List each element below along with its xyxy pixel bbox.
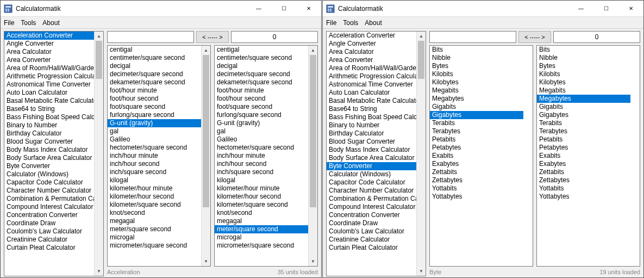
converter-item[interactable]: Bass Fishing Boat Speed Calculator (327, 113, 416, 121)
converter-item[interactable]: Binary to Number (327, 121, 416, 129)
unit-from-item[interactable]: Bytes (430, 62, 523, 70)
unit-from-item[interactable]: dekameter/square second (108, 78, 201, 87)
unit-from-item[interactable]: micrometer/square second (108, 242, 201, 250)
unit-to-item[interactable]: Yottabytes (537, 193, 630, 201)
unit-to-item[interactable]: Megabits (537, 87, 630, 95)
unit-from-item[interactable]: hectometer/square second (108, 144, 201, 152)
converter-item[interactable]: Concentration Converter (327, 211, 416, 219)
unit-from-item[interactable]: knot/second (108, 209, 201, 217)
converter-item[interactable]: Birthday Calculator (327, 129, 416, 138)
minimize-button[interactable]: — (568, 1, 593, 16)
scroll-up-icon[interactable]: ▲ (95, 32, 103, 41)
converter-item[interactable]: Astronomical Time Converter (4, 81, 94, 89)
close-button[interactable]: ✕ (296, 1, 321, 16)
converter-item[interactable]: Area Converter (4, 56, 94, 64)
converter-item[interactable]: Calculator (Windows) (327, 170, 416, 178)
converter-listbox[interactable]: Acceleration ConverterAngle ConverterAre… (326, 31, 426, 276)
unit-from-item[interactable]: megagal (108, 217, 201, 225)
converter-item[interactable]: Compound Interest Calculator (4, 203, 94, 211)
menu-item[interactable]: About (365, 19, 382, 27)
unit-to-item[interactable]: decimeter/square second (215, 70, 308, 78)
scrollbar[interactable]: ▲▼ (94, 32, 103, 276)
unit-from-item[interactable]: Megabytes (430, 95, 523, 103)
unit-from-item[interactable]: Yottabytes (430, 193, 523, 201)
converter-item[interactable]: Area Converter (327, 56, 416, 64)
unit-from-item[interactable]: gal (108, 127, 201, 135)
unit-to-item[interactable]: hectometer/square second (215, 144, 308, 152)
unit-to-item[interactable]: Terabytes (537, 127, 630, 135)
converter-item[interactable]: Combination & Permutation Calculator (327, 195, 416, 203)
unit-from-item[interactable]: foot/hour minute (108, 87, 201, 95)
unit-from-item[interactable]: Exabits (430, 152, 523, 160)
unit-from-item[interactable]: Galileo (108, 135, 201, 144)
menu-item[interactable]: File (4, 19, 14, 27)
converter-item[interactable]: Coordinate Draw (327, 219, 416, 227)
unit-from-item[interactable]: kilogal (108, 176, 201, 184)
unit-to-item[interactable]: Exabytes (537, 160, 630, 168)
unit-from-item[interactable]: furlong/square second (108, 111, 201, 119)
scroll-thumb[interactable] (418, 41, 424, 79)
unit-to-item[interactable]: inch/hour minute (215, 152, 308, 160)
unit-to-item[interactable]: Petabits (537, 135, 630, 144)
converter-item[interactable]: Compound Interest Calculator (327, 203, 416, 211)
maximize-button[interactable]: ☐ (271, 1, 296, 16)
unit-to-item[interactable]: meter/square second (215, 225, 308, 233)
converter-item[interactable]: Body Mass Index Calculator (327, 146, 416, 154)
unit-to-item[interactable]: kilogal (215, 176, 308, 184)
converter-item[interactable]: Character Number Calculator (327, 187, 416, 195)
scrollbar[interactable]: ▲▼ (201, 46, 210, 266)
converter-item[interactable]: Capacitor Code Calculator (327, 178, 416, 187)
unit-from-item[interactable]: Bits (430, 46, 523, 54)
scroll-down-icon[interactable]: ▼ (202, 257, 210, 266)
unit-to-item[interactable]: centimeter/square second (215, 54, 308, 62)
unit-from-item[interactable]: Petabytes (430, 144, 523, 152)
unit-from-item[interactable]: centimeter/square second (108, 54, 201, 62)
unit-to-item[interactable]: kilometer/hour second (215, 193, 308, 201)
converter-item[interactable]: Auto Loan Calculator (4, 89, 94, 97)
convert-button[interactable]: < ----- > (518, 31, 551, 43)
converter-item[interactable]: Creatinine Calculator (4, 236, 94, 244)
unit-to-item[interactable]: micrometer/square second (215, 242, 308, 250)
unit-to-item[interactable]: inch/square second (215, 168, 308, 176)
converter-item[interactable]: Base64 to String (4, 105, 94, 113)
unit-to-item[interactable]: Exabits (537, 152, 630, 160)
converter-item[interactable]: Bass Fishing Boat Speed Calculator (4, 113, 94, 121)
unit-to-item[interactable]: Megabytes (537, 95, 630, 103)
unit-from-item[interactable]: Terabytes (430, 127, 523, 135)
scroll-down-icon[interactable]: ▼ (309, 257, 317, 266)
converter-item[interactable]: Astronomical Time Converter (327, 81, 416, 89)
scroll-down-icon[interactable]: ▼ (417, 267, 426, 276)
unit-to-item[interactable]: Gigabits (537, 103, 630, 111)
unit-to-item[interactable]: Bytes (537, 62, 630, 70)
unit-from-item[interactable]: kilometer/square second (108, 201, 201, 209)
converter-item[interactable]: Area of Room/Hall/Wall/Garden/Yard (327, 64, 416, 72)
unit-to-item[interactable]: Petabytes (537, 144, 630, 152)
unit-to-item[interactable]: inch/hour second (215, 160, 308, 168)
converter-item[interactable]: Coulomb's Law Calculator (4, 227, 94, 236)
converter-item[interactable]: Body Mass Index Calculator (4, 146, 94, 154)
scroll-down-icon[interactable]: ▼ (95, 267, 103, 276)
converter-item[interactable]: Byte Converter (327, 162, 416, 170)
converter-item[interactable]: Birthday Calculator (4, 129, 94, 138)
converter-item[interactable]: Calculator (Windows) (4, 170, 94, 178)
maximize-button[interactable]: ☐ (593, 1, 618, 16)
minimize-button[interactable]: — (246, 1, 271, 16)
unit-to-item[interactable]: decigal (215, 62, 308, 70)
unit-from-listbox[interactable]: BitsNibbleBytesKilobitsKilobytesMegabits… (429, 45, 533, 267)
unit-from-item[interactable]: Nibble (430, 54, 523, 62)
converter-item[interactable]: Arithmetic Progression Calculator (4, 72, 94, 81)
unit-from-item[interactable]: microgal (108, 233, 201, 242)
unit-to-item[interactable]: Zettabits (537, 168, 630, 176)
scroll-thumb[interactable] (96, 41, 102, 79)
unit-from-listbox[interactable]: centigalcentimeter/square seconddecigald… (107, 45, 211, 267)
scroll-up-icon[interactable]: ▲ (309, 46, 317, 55)
converter-item[interactable]: Acceleration Converter (327, 32, 416, 40)
converter-item[interactable]: Curtain Pleat Calculator (4, 244, 94, 252)
unit-from-item[interactable]: inch/square second (108, 168, 201, 176)
unit-to-item[interactable]: dekameter/square second (215, 78, 308, 87)
unit-from-item[interactable]: Yottabits (430, 184, 523, 193)
scroll-thumb[interactable] (203, 55, 209, 207)
unit-to-item[interactable]: foot/hour minute (215, 87, 308, 95)
unit-to-item[interactable]: furlong/square second (215, 111, 308, 119)
unit-from-item[interactable]: Exabytes (430, 160, 523, 168)
